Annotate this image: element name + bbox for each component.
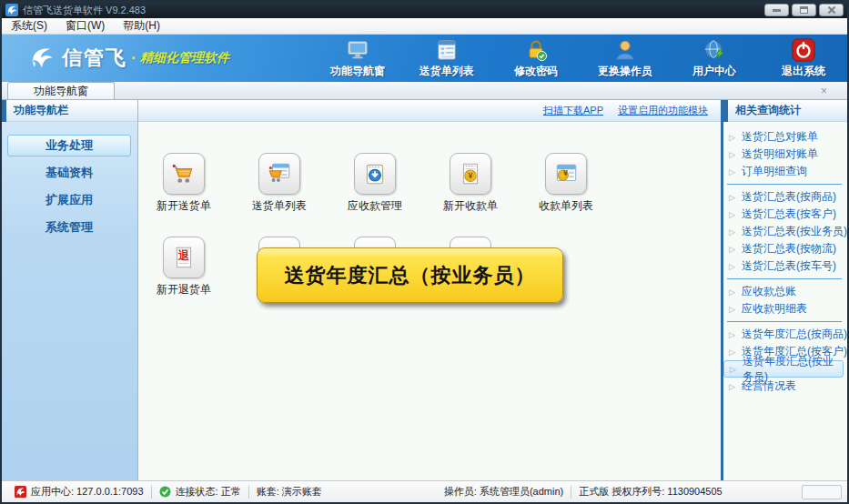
sidebar-item-base-data[interactable]: 基础资料: [7, 162, 131, 184]
related-queries-panel: 相关查询统计 ▷送货汇总对账单 ▷送货明细对账单 ▷订单明细查询 ▷送货汇总表(…: [723, 100, 847, 480]
new-return-note-button[interactable]: 退 新开退货单: [147, 237, 220, 297]
status-bar: 应用中心: 127.0.0.1:7093 连接状态: 正常 账套: 演示账套 操…: [2, 480, 847, 502]
sidebar-item-system[interactable]: 系统管理: [7, 217, 131, 238]
close-tab-icon[interactable]: ×: [821, 86, 827, 96]
restore-icon[interactable]: [792, 4, 816, 16]
power-icon: [792, 38, 815, 62]
group-divider: [723, 180, 847, 188]
brand-banner: 信管飞 · 精细化管理软件 功能导航窗 送货单列表 修改密码 更换操作员: [2, 35, 847, 82]
item-arrow-icon: ▷: [729, 193, 735, 202]
connection-status: 连接状态: 正常: [152, 485, 248, 499]
license-status: 正式版 授权序列号: 1130904505: [571, 485, 730, 499]
brand-swoosh-icon: [27, 44, 56, 73]
query-list-item[interactable]: ▷送货汇总表(按客户): [723, 206, 847, 223]
query-list-item[interactable]: ▷应收款明细表: [723, 300, 847, 318]
toolbar-change-password-button[interactable]: 修改密码: [501, 38, 571, 79]
group-divider: [723, 318, 847, 326]
toolbar-label: 修改密码: [514, 64, 558, 79]
download-app-link[interactable]: 扫描下载APP: [543, 104, 603, 117]
new-receipt-button[interactable]: ¥ 新开收款单: [434, 153, 507, 214]
icon-label: 新开退货单: [157, 282, 211, 297]
item-arrow-icon: ▷: [729, 150, 735, 159]
toolbar-label: 退出系统: [782, 64, 825, 79]
toolbar-label: 功能导航窗: [330, 64, 385, 79]
menu-help[interactable]: 帮助(H): [114, 18, 169, 34]
brand-dot: ·: [131, 49, 136, 68]
close-icon[interactable]: [819, 4, 844, 16]
icon-label: 送货单列表: [252, 198, 307, 214]
group-divider: [723, 275, 847, 283]
query-list: ▷送货汇总对账单 ▷送货明细对账单 ▷订单明细查询 ▷送货汇总表(按商品) ▷送…: [723, 122, 847, 395]
tab-nav-window[interactable]: 功能导航窗: [7, 82, 115, 99]
query-list-item[interactable]: ▷送货汇总表(按业务员): [723, 223, 847, 240]
icon-label: 新开收款单: [443, 198, 498, 214]
query-list-item[interactable]: ▷送货汇总表(按物流): [723, 240, 847, 257]
toolbar-label: 送货单列表: [419, 64, 474, 79]
sidebar-item-extensions[interactable]: 扩展应用: [7, 189, 131, 211]
toolbar-switch-operator-button[interactable]: 更换操作员: [591, 38, 660, 79]
app-logo-icon: [5, 4, 18, 16]
left-nav-panel: 功能导航栏 业务处理 基础资料 扩展应用 系统管理: [2, 100, 138, 480]
item-arrow-icon: ▷: [729, 382, 735, 391]
receipt-list-button[interactable]: ¥ 收款单列表: [530, 153, 602, 214]
query-list-item[interactable]: ▷应收款总账: [723, 283, 847, 300]
window-controls: [764, 4, 844, 16]
receivable-notepad-icon: [361, 160, 389, 187]
accent-bar: [2, 100, 6, 122]
item-arrow-icon: ▷: [729, 262, 735, 271]
query-list-item[interactable]: ▷送货汇总对账单: [723, 128, 847, 146]
tooltip-yearly-summary: 送货年度汇总（按业务员）: [257, 247, 563, 303]
menu-system[interactable]: 系统(S): [2, 18, 56, 34]
item-arrow-icon: ▷: [729, 330, 735, 339]
menu-bar: 系统(S) 窗口(W) 帮助(H): [2, 18, 847, 35]
icon-label: 应收款管理: [348, 198, 402, 214]
configure-modules-link[interactable]: 设置启用的功能模块: [618, 104, 708, 117]
right-panel-title: 相关查询统计: [735, 103, 801, 118]
yen-glyph: ¥: [468, 171, 472, 180]
query-list-item[interactable]: ▷送货年度汇总(按商品): [723, 326, 847, 343]
toolbar-delivery-list-button[interactable]: 送货单列表: [412, 38, 481, 79]
toolbar-nav-window-button[interactable]: 功能导航窗: [323, 38, 392, 79]
brand-logo: 信管飞 · 精细化管理软件: [27, 44, 229, 73]
sidebar-item-business[interactable]: 业务处理: [7, 135, 131, 156]
monitor-icon: [346, 38, 369, 62]
return-glyph: 退: [178, 248, 189, 264]
toolbar-label: 用户中心: [692, 64, 736, 79]
globe-icon: [702, 38, 726, 62]
window-title: 信管飞送货单软件 V9.2.483: [23, 4, 146, 17]
title-bar: 信管飞送货单软件 V9.2.483: [2, 2, 847, 18]
content-header: 扫描下载APP 设置启用的功能模块: [138, 100, 721, 122]
toolbar-exit-button[interactable]: 退出系统: [769, 38, 838, 79]
right-panel-header: 相关查询统计: [723, 100, 847, 122]
query-list-item[interactable]: ▷送货明细对账单: [723, 146, 847, 163]
app-window: 信管飞送货单软件 V9.2.483 系统(S) 窗口(W) 帮助(H) 信管飞 …: [0, 0, 849, 504]
item-arrow-icon: ▷: [730, 365, 736, 374]
toolbar-user-center-button[interactable]: 用户中心: [680, 38, 749, 79]
delivery-list-icon: [435, 38, 459, 62]
accent-bar: [723, 100, 728, 122]
icon-label: 收款单列表: [539, 198, 593, 214]
delivery-note-list-button[interactable]: 送货单列表: [243, 153, 316, 214]
connection-ok-icon: [159, 486, 171, 498]
delivery-doc-icon: [266, 160, 293, 187]
brand-name: 信管飞: [62, 45, 127, 72]
item-arrow-icon: ▷: [729, 348, 735, 357]
query-list-item-highlighted[interactable]: ▷送货年度汇总(按业务员): [723, 360, 844, 378]
new-delivery-note-button[interactable]: 新开送货单: [147, 153, 220, 214]
brand-tagline: 精细化管理软件: [140, 50, 229, 66]
left-nav-title: 功能导航栏: [14, 103, 68, 118]
minimize-icon[interactable]: [764, 4, 789, 16]
operator-status: 操作员: 系统管理员(admin): [437, 485, 571, 499]
icon-label: 新开送货单: [157, 198, 211, 214]
query-list-item[interactable]: ▷送货汇总表(按车号): [723, 257, 847, 275]
item-arrow-icon: ▷: [729, 227, 735, 237]
banner-toolbar: 功能导航窗 送货单列表 修改密码 更换操作员 用户中心 退出系统: [323, 38, 838, 79]
query-list-item[interactable]: ▷送货汇总表(按商品): [723, 188, 847, 206]
item-arrow-icon: ▷: [729, 305, 735, 314]
tab-label: 功能导航窗: [34, 84, 88, 99]
main-content: 扫描下载APP 设置启用的功能模块 新开送货单 送货单列表 应收款管理: [138, 100, 721, 480]
receivables-management-button[interactable]: 应收款管理: [339, 153, 411, 214]
app-center-status: 应用中心: 127.0.0.1:7093: [7, 485, 151, 499]
query-list-item[interactable]: ▷订单明细查询: [723, 163, 847, 180]
menu-window[interactable]: 窗口(W): [56, 18, 114, 34]
